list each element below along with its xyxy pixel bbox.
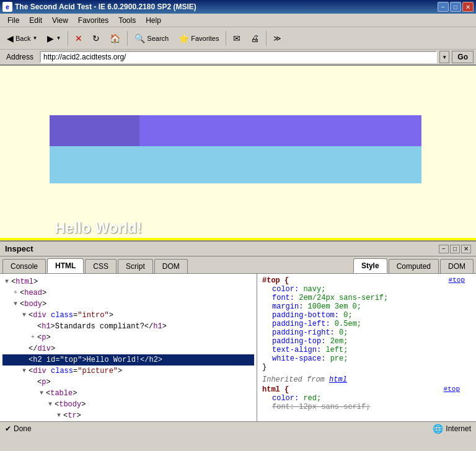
window-title: The Second Acid Test - IE 6.0.2900.2180 … [15,2,196,11]
menu-view[interactable]: View [47,15,73,26]
inherited-link[interactable]: html [329,375,347,384]
menu-tools[interactable]: Tools [113,15,141,26]
maximize-button[interactable]: □ [450,2,461,12]
menu-help[interactable]: Help [141,15,166,26]
tab-dom-left[interactable]: DOM [154,259,188,273]
acid-yellow-bar [0,238,476,240]
style-prop-margin: margin: 100em 3em 0; [262,302,471,311]
inherited-color-prop: color: red; [262,394,321,403]
stop-button[interactable]: ✕ [71,30,87,47]
back-dropdown-icon: ▼ [32,35,37,41]
more-button[interactable]: ≫ [269,30,286,47]
inherited-from-text: Inherited from [262,375,325,384]
style-margin-val: 100em 3em 0; [308,302,361,311]
more-icon: ≫ [273,34,281,43]
style-ta-prop: text-align: left; [262,346,348,354]
tree-content-div-picture: <div class="picture"> [29,366,122,377]
tab-computed[interactable]: Computed [389,259,439,273]
home-icon: 🏠 [110,33,120,43]
tree-node-html: ▼ <html> [2,276,254,287]
stop-icon: ✕ [75,33,82,43]
home-button[interactable]: 🏠 [105,30,125,47]
tree-toggle-div-intro[interactable]: ▼ [20,310,29,321]
go-button[interactable]: Go [452,51,474,63]
mail-button[interactable]: ✉ [229,30,245,47]
tree-toggle-tbody[interactable]: ▼ [46,399,55,410]
forward-button[interactable]: ▶ ▼ [43,30,65,47]
tree-toggle-p[interactable]: + [29,332,37,343]
tree-content-p2: <p> [37,377,51,388]
tree-node-h2[interactable]: ▼ <h2 id="top">Hello World!</h2> [2,354,254,366]
refresh-button[interactable]: ↻ [88,30,104,47]
tab-css[interactable]: CSS [85,259,117,273]
tab-console[interactable]: Console [2,259,46,273]
print-button[interactable]: 🖨 [246,30,263,47]
favorites-button[interactable]: ⭐ Favorites [174,30,223,47]
status-left: ✔ Done [5,424,32,433]
style-ws-val: pre; [330,354,348,363]
acid-teal-rect [50,146,421,183]
menu-favorites[interactable]: Favorites [73,15,113,26]
tree-node-h1: ▼ <h1>Standards compliant?</h1> [2,321,254,332]
tree-node-div-picture: ▼ <div class="picture"> [2,366,254,377]
tree-toggle-table[interactable]: ▼ [37,388,46,399]
tree-toggle-body[interactable]: ▼ [11,299,20,310]
style-prop-padding-bottom: padding-bottom: 0; [262,311,471,320]
tree-node-body: ▼ <body> [2,299,254,310]
menu-file[interactable]: File [2,15,24,26]
style-pb-prop: padding-bottom: 0; [262,311,353,320]
style-pr-prop: padding-right: 0; [262,328,348,337]
devtools-title: Inspect [5,244,33,253]
style-brace-text: } [262,363,267,372]
separator-3 [226,31,226,46]
style-color-prop: color: navy; [262,285,325,294]
style-margin-prop: margin: 100em 3em 0; [262,302,361,311]
style-color-val: navy; [303,285,325,294]
style-prop-font: font: 2em/24px sans-serif; [262,294,471,302]
devtools-close-button[interactable]: ✕ [461,245,471,253]
tree-toggle-head[interactable]: + [11,287,20,299]
separator-2 [127,31,128,46]
tree-content-html: <html> [11,276,38,287]
minimize-button[interactable]: − [438,2,449,12]
search-button[interactable]: 🔍 Search [130,30,173,47]
title-bar: e The Second Acid Test - IE 6.0.2900.218… [0,0,476,14]
back-button[interactable]: ◀ Back ▼ [2,30,42,47]
inherited-label: Inherited from html [262,375,471,384]
tree-node-div-close: ▼ </div> [2,343,254,354]
menu-bar: File Edit View Favorites Tools Help [0,14,476,27]
inherited-prop-font: font: 12px sans-serif; [262,403,471,411]
inherited-top-link[interactable]: #top [444,385,460,393]
browser-content: Hello World! ERROR [0,66,476,240]
tree-node-p: + <p> [2,332,254,343]
devtools-maximize-button[interactable]: □ [450,245,460,253]
address-label: Address [2,53,37,61]
address-bar: Address ▼ Go [0,50,476,66]
devtools-minimize-button[interactable]: − [439,245,449,253]
tab-html[interactable]: HTML [47,258,84,273]
close-button[interactable]: ✕ [462,2,474,12]
html-tree-panel[interactable]: ▼ <html> + <head> ▼ <body> [0,274,257,421]
style-prop-color: color: navy; [262,285,471,294]
print-icon: 🖨 [250,33,259,43]
tree-toggle-div-picture[interactable]: ▼ [20,366,29,377]
address-dropdown[interactable]: ▼ [439,51,449,63]
tab-script[interactable]: Script [118,259,153,273]
style-rule-top: #top { color: navy; font: 2em/24px sans-… [262,276,471,372]
tab-style[interactable]: Style [353,258,387,273]
devtools-panel: Inspect − □ ✕ Console HTML CSS Script DO… [0,240,476,421]
address-input[interactable] [40,51,437,63]
style-top-link[interactable]: #top [449,276,465,284]
search-icon: 🔍 [134,33,145,43]
tree-content-p: <p> [37,332,51,343]
style-ta-val: left; [325,346,348,354]
style-pl-val: 0.5em; [335,320,361,328]
menu-edit[interactable]: Edit [24,15,47,26]
tree-content-tbody: <tbody> [55,399,86,410]
tree-toggle-html[interactable]: ▼ [2,276,11,287]
devtools-right-tabs: Style Computed DOM [353,258,474,273]
style-pl-prop: padding-left: 0.5em; [262,320,361,328]
tab-dom-right[interactable]: DOM [440,259,474,273]
tree-toggle-tr[interactable]: ▼ [55,410,63,421]
style-panel[interactable]: #top #top { color: navy; font: 2em/24px … [257,274,476,421]
